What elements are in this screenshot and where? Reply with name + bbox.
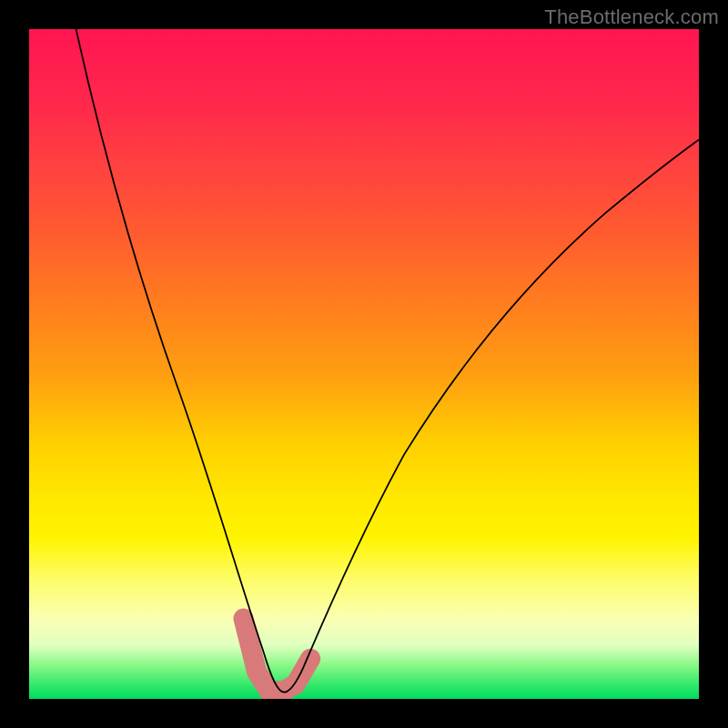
chart-frame: TheBottleneck.com: [0, 0, 728, 728]
watermark-text: TheBottleneck.com: [544, 5, 719, 29]
floor-marker: [244, 619, 311, 691]
plot-area: [29, 29, 699, 699]
chart-svg: [29, 29, 699, 699]
main-curve: [76, 29, 699, 693]
